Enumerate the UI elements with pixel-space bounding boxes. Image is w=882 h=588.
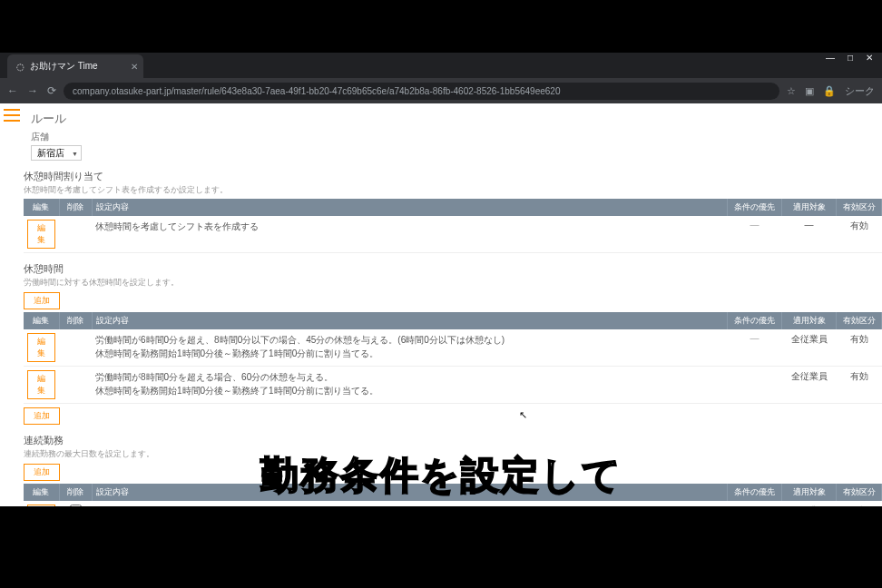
lock-icon: 🔒 — [823, 85, 836, 97]
section-title: 休憩時間割り当て — [24, 170, 882, 183]
target-cell: 全従業員 — [782, 367, 837, 404]
hamburger-icon[interactable] — [4, 109, 20, 122]
section-description: 休憩時間を考慮してシフト表を作成するか設定します。 — [24, 184, 882, 196]
setting-cell: 休憩時間を考慮してシフト表を作成する — [92, 216, 728, 253]
page-title: ルール — [31, 111, 882, 127]
edit-button[interactable]: 編集 — [27, 505, 55, 506]
secure-text: シーク — [845, 84, 875, 98]
forward-icon[interactable]: → — [27, 84, 38, 97]
col-valid: 有効区分 — [837, 484, 882, 501]
tab-bar: ◌ お助けマン Time ✕ — [0, 53, 882, 78]
col-cond: 条件の優先 — [728, 484, 782, 501]
setting-cell: 労働時間が6時間0分を超え、8時間0分以下の場合、45分の休憩を与える。(6時間… — [92, 329, 728, 367]
table-row: 編集労働時間が8時間0分を超える場合、60分の休憩を与える。休憩時間を勤務開始1… — [24, 367, 882, 404]
add-button[interactable]: 追加 — [24, 464, 60, 481]
window-minimize[interactable]: — — [826, 53, 835, 63]
table-row: 編集5日勤務したら、1日休みを割り当てる—全従業員有効 — [24, 501, 882, 506]
table-row: 編集労働時間が6時間0分を超え、8時間0分以下の場合、45分の休憩を与える。(6… — [24, 329, 882, 367]
col-target: 適用対象 — [782, 199, 837, 216]
mouse-cursor-icon: ↖ — [519, 409, 527, 421]
section-title: 休憩時間 — [24, 262, 882, 276]
valid-cell: 有効 — [837, 216, 882, 253]
edit-button[interactable]: 編集 — [27, 333, 55, 362]
url-field[interactable]: company.otasuke-part.jp/master/rule/643e… — [64, 83, 779, 100]
col-delete: 削除 — [59, 312, 92, 329]
edit-button[interactable]: 編集 — [27, 370, 55, 399]
cond-cell: — — [728, 501, 782, 506]
add-button[interactable]: 追加 — [24, 407, 60, 425]
valid-cell: 有効 — [837, 501, 882, 506]
star-icon[interactable]: ☆ — [787, 85, 796, 97]
col-target: 適用対象 — [782, 484, 837, 501]
rules-table: 編集削除設定内容条件の優先適用対象有効区分編集休憩時間を考慮してシフト表を作成す… — [24, 199, 882, 253]
col-valid: 有効区分 — [837, 312, 882, 329]
tab-favicon: ◌ — [16, 62, 24, 72]
valid-cell: 有効 — [837, 329, 882, 367]
store-select[interactable]: 新宿店 — [31, 145, 82, 161]
col-edit: 編集 — [24, 199, 59, 216]
tab-title: お助けマン Time — [30, 60, 98, 73]
delete-checkbox[interactable] — [70, 505, 82, 506]
col-valid: 有効区分 — [837, 199, 882, 216]
target-cell: 全従業員 — [782, 329, 837, 367]
window-maximize[interactable]: □ — [848, 53, 853, 63]
target-cell: — — [782, 216, 837, 253]
col-setting: 設定内容 — [92, 312, 728, 329]
page-content: ルール 店舗 新宿店 休憩時間割り当て休憩時間を考慮してシフト表を作成するか設定… — [0, 103, 882, 506]
col-delete: 削除 — [59, 199, 92, 216]
extension-icon[interactable]: ▣ — [805, 85, 814, 97]
target-cell: 全従業員 — [782, 501, 837, 506]
caption-overlay: 勤務条件を設定して — [260, 450, 622, 501]
cond-cell: — — [728, 329, 782, 367]
col-target: 適用対象 — [782, 312, 837, 329]
col-cond: 条件の優先 — [728, 199, 782, 216]
col-edit: 編集 — [24, 312, 59, 329]
section-title: 連続勤務 — [24, 434, 882, 447]
rule-section: 休憩時間割り当て休憩時間を考慮してシフト表を作成するか設定します。編集削除設定内… — [24, 170, 882, 253]
cond-cell: — — [728, 216, 782, 253]
cond-cell — [728, 367, 782, 404]
rule-section: 休憩時間労働時間に対する休憩時間を設定します。追加編集削除設定内容条件の優先適用… — [24, 262, 882, 425]
store-label: 店舗 — [31, 131, 882, 143]
col-edit: 編集 — [24, 484, 59, 501]
close-icon[interactable]: ✕ — [131, 62, 138, 72]
reload-icon[interactable]: ⟳ — [47, 84, 56, 97]
window-close[interactable]: ✕ — [866, 53, 873, 63]
edit-button[interactable]: 編集 — [27, 220, 55, 249]
col-setting: 設定内容 — [92, 199, 728, 216]
table-row: 編集休憩時間を考慮してシフト表を作成する——有効 — [24, 216, 882, 253]
col-delete: 削除 — [59, 484, 92, 501]
col-cond: 条件の優先 — [728, 312, 782, 329]
valid-cell: 有効 — [837, 367, 882, 404]
back-icon[interactable]: ← — [7, 84, 18, 97]
setting-cell: 労働時間が8時間0分を超える場合、60分の休憩を与える。休憩時間を勤務開始1時間… — [92, 367, 728, 404]
browser-tab[interactable]: ◌ お助けマン Time ✕ — [7, 54, 143, 78]
rules-table: 編集削除設定内容条件の優先適用対象有効区分編集労働時間が6時間0分を超え、8時間… — [24, 312, 882, 404]
address-bar: ← → ⟳ company.otasuke-part.jp/master/rul… — [0, 78, 882, 103]
add-button[interactable]: 追加 — [24, 292, 60, 309]
section-description: 労働時間に対する休憩時間を設定します。 — [24, 277, 882, 289]
setting-cell: 5日勤務したら、1日休みを割り当てる — [92, 501, 728, 506]
